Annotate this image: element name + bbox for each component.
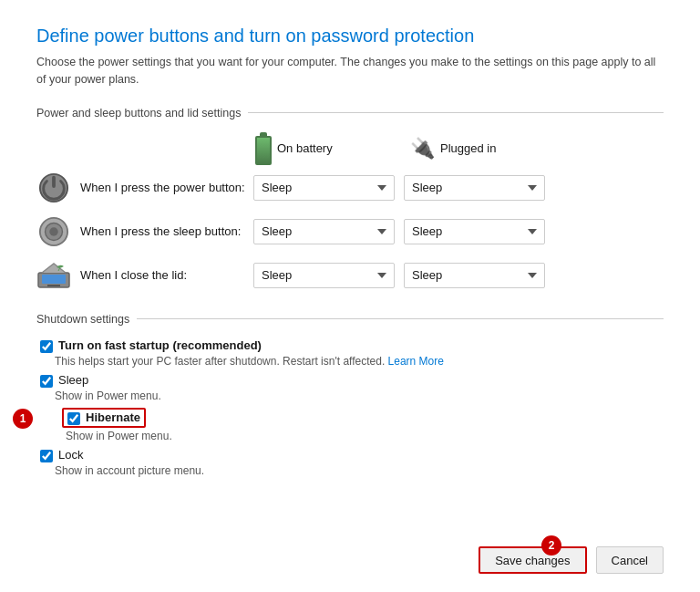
col-plugged-in-label: Plugged in xyxy=(440,141,496,155)
sleep-button-plugged-in-select[interactable]: Sleep Do nothing Hibernate Shut down Tur… xyxy=(404,219,545,244)
shutdown-section-label: Shutdown settings xyxy=(36,313,137,326)
power-button-dropdowns: Sleep Do nothing Hibernate Shut down Tur… xyxy=(253,175,545,201)
power-button-row: When I press the power button: Sleep Do … xyxy=(36,171,664,205)
sleep-item: Sleep xyxy=(36,373,664,388)
lid-dropdowns: Sleep Do nothing Hibernate Shut down Tur… xyxy=(253,263,545,288)
svg-rect-6 xyxy=(42,275,66,284)
sleep-sub: Show in Power menu. xyxy=(55,389,664,402)
sleep-button-on-battery-select[interactable]: Sleep Do nothing Hibernate Shut down Tur… xyxy=(253,219,395,244)
battery-body xyxy=(255,136,272,165)
lid-svg-icon xyxy=(36,262,71,289)
shutdown-divider xyxy=(137,318,664,319)
sleep-label: Sleep xyxy=(58,373,88,387)
cancel-button[interactable]: Cancel xyxy=(596,546,664,574)
svg-point-4 xyxy=(49,227,57,235)
hibernate-item: 1 Hibernate xyxy=(36,408,664,428)
lid-row: When I close the lid: Sleep Do nothing H… xyxy=(36,258,664,293)
svg-rect-1 xyxy=(52,175,56,187)
hibernate-label: Hibernate xyxy=(86,410,140,424)
shutdown-section: Shutdown settings Turn on fast startup (… xyxy=(36,313,664,483)
col-on-battery: On battery xyxy=(255,132,410,165)
footer: 2 Save changes Cancel xyxy=(36,528,664,574)
fast-startup-sub-text: This helps start your PC faster after sh… xyxy=(55,355,385,368)
power-button-on-battery-select[interactable]: Sleep Do nothing Hibernate Shut down Tur… xyxy=(253,175,395,201)
sleep-button-row: When I press the sleep button: Sleep Do … xyxy=(36,214,664,249)
fast-startup-checkbox[interactable] xyxy=(40,340,53,353)
plug-icon: 🔌 xyxy=(410,137,435,161)
power-button-plugged-in-select[interactable]: Sleep Do nothing Hibernate Shut down Tur… xyxy=(404,175,545,201)
column-headers: On battery 🔌 Plugged in xyxy=(255,132,664,165)
buttons-section-label: Power and sleep buttons and lid settings xyxy=(36,107,248,119)
hibernate-checkbox[interactable] xyxy=(67,412,80,425)
lock-checkbox[interactable] xyxy=(40,450,53,462)
fast-startup-learn-more[interactable]: Learn More xyxy=(388,355,444,368)
lid-plugged-in-select[interactable]: Sleep Do nothing Hibernate Shut down Tur… xyxy=(404,263,545,288)
power-button-label: When I press the power button: xyxy=(80,181,253,194)
fast-startup-item: Turn on fast startup (recommended) xyxy=(36,338,664,353)
sleep-button-dropdowns: Sleep Do nothing Hibernate Shut down Tur… xyxy=(253,219,545,244)
sleep-checkbox[interactable] xyxy=(40,375,53,388)
lock-sub: Show in account picture menu. xyxy=(55,464,664,477)
page-description: Choose the power settings that you want … xyxy=(36,54,664,88)
buttons-section-header: Power and sleep buttons and lid settings xyxy=(36,107,664,119)
battery-tip xyxy=(260,132,267,136)
battery-icon xyxy=(255,132,272,165)
lock-item: Lock xyxy=(36,448,664,462)
lid-icon xyxy=(36,258,71,293)
hibernate-box: Hibernate xyxy=(62,408,146,428)
shutdown-section-header: Shutdown settings xyxy=(36,313,664,326)
col-plugged-in: 🔌 Plugged in xyxy=(410,132,565,165)
power-svg-icon xyxy=(38,172,69,203)
lid-on-battery-select[interactable]: Sleep Do nothing Hibernate Shut down Tur… xyxy=(253,263,395,288)
power-button-icon xyxy=(36,171,71,205)
annotation-2-circle: 2 xyxy=(541,535,561,556)
page-title: Define power buttons and turn on passwor… xyxy=(36,26,664,47)
lock-label: Lock xyxy=(58,448,83,462)
col-on-battery-label: On battery xyxy=(277,141,333,155)
section-divider xyxy=(248,112,664,113)
save-changes-button[interactable]: Save changes xyxy=(479,546,586,574)
page-container: Define power buttons and turn on passwor… xyxy=(0,0,700,592)
hibernate-sub: Show in Power menu. xyxy=(66,430,664,442)
annotation-1-circle: 1 xyxy=(13,409,33,429)
fast-startup-sub: This helps start your PC faster after sh… xyxy=(55,355,664,368)
lid-label: When I close the lid: xyxy=(80,268,253,282)
sleep-button-label: When I press the sleep button: xyxy=(80,224,253,238)
sleep-svg-icon xyxy=(38,216,69,247)
sleep-button-icon xyxy=(36,214,71,249)
fast-startup-label: Turn on fast startup (recommended) xyxy=(58,338,262,352)
